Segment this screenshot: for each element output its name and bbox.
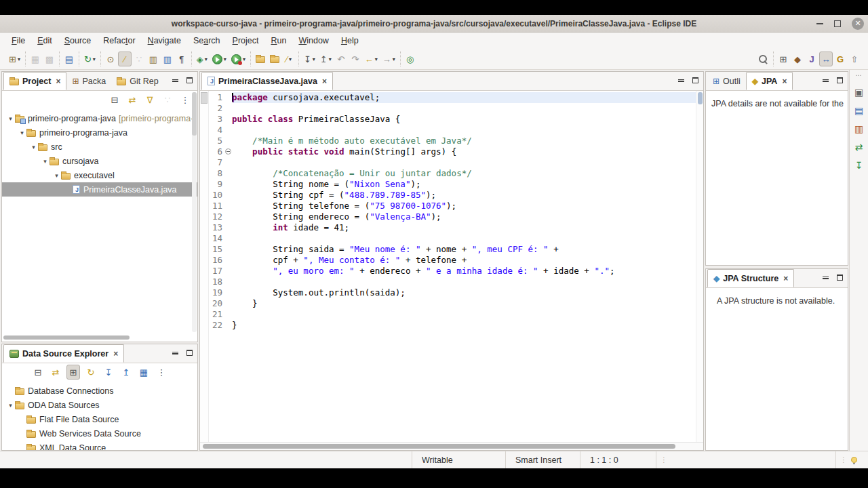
editor-horizontal-scrollbar[interactable] <box>200 442 703 450</box>
show-whitespace-button[interactable]: ¶ <box>175 52 189 66</box>
menu-help[interactable]: Help <box>335 34 365 47</box>
open-task-button[interactable]: ▥ <box>146 52 160 66</box>
tab-data-source-explorer[interactable]: Data Source Explorer× <box>3 344 124 363</box>
minimize-panel-button[interactable] <box>823 277 829 279</box>
forward-button[interactable]: →▾ <box>380 52 397 66</box>
tree-item-web-services-data-source[interactable]: Web Services Data Source <box>2 426 197 441</box>
project-explorer-tree[interactable]: ▾primeiro-programa-java[primeiro-program… <box>2 108 197 342</box>
editor-vertical-scrollbar[interactable] <box>696 91 703 442</box>
filters-button[interactable]: ∇ <box>143 92 157 107</box>
open-type-button[interactable] <box>254 52 267 66</box>
window-maximize-button[interactable] <box>834 20 841 27</box>
maximize-panel-button[interactable] <box>837 274 843 281</box>
dropdown-arrow-icon[interactable]: ▾ <box>329 56 332 62</box>
menu-source[interactable]: Source <box>58 34 98 47</box>
console-button[interactable]: ▤ <box>62 52 76 66</box>
window-minimize-button[interactable] <box>816 23 823 24</box>
dropdown-arrow-icon[interactable]: ▾ <box>243 56 245 62</box>
last-edit-back-button[interactable]: ↶ <box>334 52 348 66</box>
last-edit-forward-button[interactable]: ↷ <box>349 52 362 66</box>
collapse-all-button[interactable]: ⊟ <box>108 92 121 107</box>
menu-window[interactable]: Window <box>292 34 334 47</box>
notifications-lightbulb-icon[interactable] <box>851 457 857 463</box>
save-button[interactable]: ▦ <box>137 365 151 380</box>
tab-close-icon[interactable]: × <box>782 77 787 86</box>
expand-arrow-icon[interactable]: ▾ <box>41 158 50 165</box>
tab-jpa-details[interactable]: ◆JPA× <box>746 72 793 90</box>
tab-close-icon[interactable]: × <box>56 77 60 86</box>
javaee-perspective-button[interactable]: ↔ <box>819 52 833 66</box>
synchronize-view-icon[interactable]: ⇄ <box>855 142 863 152</box>
minimize-panel-button[interactable] <box>172 79 178 82</box>
tree-item-executavel[interactable]: ▾executavel <box>2 168 197 182</box>
tree-item-oda-data-sources[interactable]: ▾ODA Data Sources <box>2 398 197 412</box>
restore-views-icon[interactable]: ▣ <box>854 87 863 97</box>
console-view-icon[interactable]: ▤ <box>854 106 863 115</box>
tree-item-primeiro-programa-java[interactable]: ▾primeiro-programa-java <box>2 125 197 140</box>
tab-editor-file[interactable]: PrimeiraClasseJava.java× <box>201 72 333 90</box>
link-with-editor-button[interactable]: ⇄ <box>49 365 62 380</box>
project-explorer-horizontal-scrollbar[interactable] <box>3 336 130 340</box>
scrollbar-thumb[interactable] <box>698 92 703 104</box>
open-resource-button[interactable] <box>268 52 281 66</box>
import-button[interactable]: ↧ <box>102 365 115 380</box>
expand-arrow-icon[interactable]: ▾ <box>18 129 26 136</box>
problems-view-button[interactable]: ▥ <box>161 52 174 66</box>
tab-close-icon[interactable]: × <box>113 349 118 359</box>
scrollbar-thumb[interactable] <box>192 92 197 136</box>
export-button[interactable]: ↥ <box>119 365 133 380</box>
jpa-perspective-button[interactable]: ◆ <box>791 52 804 66</box>
expand-arrow-icon[interactable]: ▾ <box>6 115 15 122</box>
next-annotation-button[interactable]: ↧▾ <box>302 52 317 66</box>
tree-item-cursojava[interactable]: ▾cursojava <box>2 154 197 168</box>
java-perspective-button[interactable]: J <box>805 52 818 66</box>
tab-close-icon[interactable]: × <box>322 77 327 86</box>
report-view-icon[interactable]: ▥ <box>854 124 863 134</box>
menu-search[interactable]: Search <box>187 34 226 47</box>
run-button[interactable]: ▾ <box>210 52 229 66</box>
menu-file[interactable]: File <box>5 34 31 47</box>
minimize-panel-button[interactable] <box>678 79 684 82</box>
tab-package-explorer[interactable]: ⊞Packa <box>66 72 111 90</box>
dropdown-arrow-icon[interactable]: ▾ <box>375 56 378 62</box>
tree-item-flat-file-data-source[interactable]: Flat File Data Source <box>2 412 197 426</box>
tree-item-xml-data-source[interactable]: XML Data Source <box>2 441 197 450</box>
open-search-dialog-button[interactable]: ⊙ <box>104 52 117 66</box>
tab-git-repositories[interactable]: Git Rep <box>111 72 163 90</box>
view-menu-button[interactable]: ⋮ <box>178 92 192 107</box>
code-editor[interactable]: 1package cursojava.executavel;23public c… <box>200 91 703 442</box>
previous-annotation-button[interactable]: ↥▾ <box>318 52 334 66</box>
menu-project[interactable]: Project <box>226 34 265 47</box>
dropdown-arrow-icon[interactable]: ▾ <box>18 56 20 62</box>
data-source-explorer-tree[interactable]: Database Connections▾ODA Data SourcesFla… <box>2 381 197 450</box>
open-perspective-button[interactable]: ⊞ <box>776 52 790 66</box>
dropdown-arrow-icon[interactable]: ▾ <box>224 56 226 62</box>
pin-editor-button[interactable]: ◎ <box>403 52 417 66</box>
expand-arrow-icon[interactable]: ▾ <box>6 402 15 409</box>
dropdown-arrow-icon[interactable]: ▾ <box>289 56 292 62</box>
run-last-tool-button[interactable]: ↻▾ <box>82 52 98 66</box>
tree-item-database-connections[interactable]: Database Connections <box>2 384 197 398</box>
maximize-panel-button[interactable] <box>692 77 698 83</box>
show-category-button[interactable]: ⊞ <box>66 365 80 380</box>
expand-arrow-icon[interactable]: ▾ <box>29 144 38 150</box>
minimize-panel-button[interactable] <box>823 79 829 82</box>
tab-outline[interactable]: ⊞Outli <box>707 72 746 90</box>
expand-arrow-icon[interactable]: ▾ <box>52 172 61 179</box>
resource-perspective-button[interactable]: ⇧ <box>848 52 861 66</box>
code-text[interactable]: 1package cursojava.executavel;23public c… <box>209 91 703 331</box>
annotate-button[interactable]: ∕▾ <box>282 52 296 66</box>
drag-handle-icon[interactable]: ⋯ <box>856 72 863 79</box>
menu-navigate[interactable]: Navigate <box>142 34 187 47</box>
mark-occurrences-button[interactable]: ∕ <box>118 52 132 66</box>
scrollbar-thumb[interactable] <box>203 444 675 449</box>
menu-edit[interactable]: Edit <box>31 34 58 47</box>
maximize-panel-button[interactable] <box>186 350 193 356</box>
minimize-panel-button[interactable] <box>172 352 178 354</box>
back-button[interactable]: ←▾ <box>363 52 380 66</box>
tab-project-explorer[interactable]: Project× <box>3 72 66 90</box>
project-explorer-vertical-scrollbar[interactable] <box>192 92 197 332</box>
menu-run[interactable]: Run <box>264 34 292 47</box>
tree-item-primeiro-programa-java[interactable]: ▾primeiro-programa-java[primeiro-program… <box>2 111 197 125</box>
debug-button[interactable]: ◈▾ <box>195 52 210 66</box>
